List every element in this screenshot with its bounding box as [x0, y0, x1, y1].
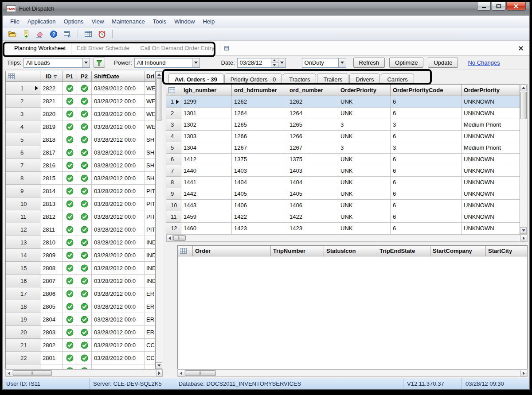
- scrollbar-thumb[interactable]: [520, 92, 527, 119]
- menu-item-window[interactable]: Window: [170, 16, 199, 27]
- date-calendar-arrow-icon[interactable]: [278, 58, 286, 67]
- scrollbar-thumb[interactable]: [185, 370, 216, 376]
- scroll-down-icon[interactable]: [156, 362, 162, 369]
- trips-grid-row[interactable]: 10281303/28/2012 00:0PIT: [6, 198, 155, 210]
- trips-grid-row[interactable]: 21280203/28/2012 00:0CC: [6, 339, 155, 352]
- grid-tab-priority-orders-0[interactable]: Priority Orders - 0: [224, 74, 282, 85]
- clock-icon[interactable]: [97, 29, 107, 39]
- minimize-button[interactable]: [477, 2, 491, 11]
- orders-grid-row[interactable]: 313021265126533Medium Priorit: [166, 119, 520, 131]
- trips-grid-row[interactable]: 3282003/28/2012 00:0WE: [6, 108, 155, 120]
- help-icon[interactable]: ?: [48, 29, 59, 39]
- trip-col-tripnumber[interactable]: TripNumber: [271, 246, 324, 256]
- scroll-left-icon[interactable]: [6, 370, 12, 376]
- orders-grid-row[interactable]: 12146014231423UNK6UNKNOWN: [166, 223, 520, 234]
- send-window-icon[interactable]: [62, 29, 73, 39]
- grid-tab-drivers[interactable]: Drivers: [349, 74, 380, 85]
- tab-list-icon[interactable]: [224, 46, 229, 51]
- date-spinner[interactable]: [271, 58, 278, 67]
- table-icon[interactable]: [83, 29, 94, 39]
- power-combo-arrow-icon[interactable]: [192, 58, 200, 67]
- doc-tab-call-on-demand-order-entry[interactable]: Call On Demand Order Entry: [135, 43, 220, 54]
- scrollbar-thumb[interactable]: [13, 370, 52, 376]
- refresh-button[interactable]: Refresh: [353, 58, 385, 68]
- scroll-left-icon[interactable]: [178, 370, 184, 376]
- trip-col-startcompany[interactable]: StartCompany: [430, 246, 486, 256]
- scrollbar-thumb[interactable]: [173, 235, 186, 241]
- scroll-right-icon[interactable]: [520, 370, 527, 376]
- trips-col-p1[interactable]: P1: [63, 71, 77, 82]
- orders-grid-row[interactable]: 1129912621262UNK6UNKNOWN: [166, 96, 520, 108]
- grid-tab-tractors[interactable]: Tractors: [283, 74, 316, 85]
- trips-grid-row[interactable]: 1282203/28/2012 00:0WE: [6, 82, 155, 95]
- trips-grid-row[interactable]: 23280003/28/2012 00:0CC: [6, 364, 155, 369]
- close-button[interactable]: [506, 2, 526, 11]
- trips-grid-row[interactable]: 16280703/28/2012 00:0IND: [6, 275, 155, 287]
- orders-grid-row[interactable]: 11145914221422UNK6UNKNOWN: [166, 211, 520, 223]
- trips-col-driver[interactable]: Dri: [145, 71, 155, 82]
- trips-grid-row[interactable]: 20280303/28/2012 00:0ER: [6, 326, 155, 339]
- orders-grid-row[interactable]: 7144014031403UNK6UNKNOWN: [166, 165, 520, 177]
- trips-col-id[interactable]: ID▽: [40, 71, 63, 82]
- trips-grid-row[interactable]: 14280903/28/2012 00:0IND: [6, 249, 155, 262]
- menu-item-application[interactable]: Application: [23, 16, 60, 27]
- trips-grid-row[interactable]: 18280503/28/2012 00:0ER: [6, 300, 155, 313]
- scroll-right-icon[interactable]: [156, 370, 163, 376]
- date-spin-up-icon[interactable]: [271, 58, 278, 63]
- orders-grid-row[interactable]: 4130312661266UNK6UNKNOWN: [166, 131, 520, 142]
- orders-grid-row[interactable]: 9144214051405UNK6UNKNOWN: [166, 188, 520, 200]
- update-button[interactable]: Update: [428, 58, 458, 68]
- trip-col-startcity[interactable]: StartCity: [486, 246, 527, 256]
- grid-selector-icon[interactable]: [6, 71, 40, 82]
- menu-item-options[interactable]: Options: [60, 16, 88, 27]
- grid-selector-icon[interactable]: [178, 246, 193, 256]
- duty-status-combo[interactable]: OnDuty: [302, 58, 346, 68]
- grid-tab-trailers[interactable]: Trailers: [317, 74, 348, 85]
- orders-col-orderprioritycode-4[interactable]: OrderPriorityCode: [391, 85, 462, 96]
- scrollbar-thumb[interactable]: [156, 78, 162, 120]
- export-icon[interactable]: [21, 29, 31, 39]
- doc-tab-edit-driver-schedule[interactable]: Edit Driver Schedule: [71, 43, 135, 54]
- orders-col-ord-number-2[interactable]: ord_number: [287, 85, 338, 96]
- optimize-button[interactable]: Optimize: [389, 58, 423, 68]
- menu-item-maintenance[interactable]: Maintenance: [108, 16, 149, 27]
- trips-grid-row[interactable]: 15280803/28/2012 00:0IND: [6, 262, 155, 275]
- scroll-right-icon[interactable]: [520, 235, 527, 241]
- trips-col-shiftdate[interactable]: ShiftDate: [92, 71, 145, 82]
- trips-grid-row[interactable]: 13281003/28/2012 00:0IND: [6, 236, 155, 249]
- grid-tab-carriers[interactable]: Carriers: [381, 74, 414, 85]
- trips-grid-row[interactable]: 12281103/28/2012 00:0PIT: [6, 223, 155, 236]
- menu-item-file[interactable]: File: [6, 16, 23, 27]
- trips-grid-row[interactable]: 8281503/28/2012 00:0SH: [6, 172, 155, 185]
- duty-combo-arrow-icon[interactable]: [338, 58, 346, 67]
- grid-tab-avl-orders-39[interactable]: Avl. Orders - 39: [168, 73, 223, 85]
- doc-tab-planning-worksheet[interactable]: Planning Worksheet: [9, 43, 71, 54]
- trips-combo-arrow-icon[interactable]: [82, 58, 90, 67]
- orders-grid-row[interactable]: 10144314061406UNK6UNKNOWN: [166, 200, 520, 211]
- trips-grid-row[interactable]: 7281603/28/2012 00:0SH: [6, 159, 155, 172]
- orders-col-lgh-number-0[interactable]: lgh_number: [181, 85, 232, 96]
- menu-item-view[interactable]: View: [87, 16, 108, 27]
- maximize-button[interactable]: [492, 2, 505, 11]
- no-changes-link[interactable]: No Changes: [468, 59, 500, 66]
- orders-col-orderpriority-3[interactable]: OrderPriority: [338, 85, 391, 96]
- trips-grid-row[interactable]: 19280403/28/2012 00:0ER: [6, 313, 155, 326]
- tabstrip-close-icon[interactable]: [518, 45, 524, 51]
- trips-grid-row[interactable]: 9281403/28/2012 00:0PIT: [6, 185, 155, 198]
- orders-grid-row[interactable]: 8144114041404UNK6UNKNOWN: [166, 177, 520, 188]
- trips-grid-row[interactable]: 5281803/28/2012 00:0SH: [6, 133, 155, 146]
- trips-grid-row[interactable]: 6281703/28/2012 00:0SH: [6, 146, 155, 159]
- trip-col-tripendstate[interactable]: TripEndState: [377, 246, 430, 256]
- date-spin-down-icon[interactable]: [271, 62, 278, 67]
- grid-selector-icon[interactable]: [166, 85, 181, 96]
- trips-grid-row[interactable]: 4281903/28/2012 00:0WE: [6, 120, 155, 133]
- scroll-up-icon[interactable]: [520, 85, 527, 91]
- eraser-icon[interactable]: [35, 29, 45, 39]
- scroll-up-icon[interactable]: [156, 71, 162, 78]
- trip-col-statusicon[interactable]: StatusIcon: [324, 246, 377, 256]
- trips-filter-button[interactable]: [94, 58, 105, 68]
- trips-combo[interactable]: All Loads: [23, 58, 90, 68]
- scroll-down-icon[interactable]: [520, 227, 527, 234]
- open-folder-icon[interactable]: [7, 29, 18, 39]
- orders-grid-row[interactable]: 6141213751375UNK6UNKNOWN: [166, 154, 520, 165]
